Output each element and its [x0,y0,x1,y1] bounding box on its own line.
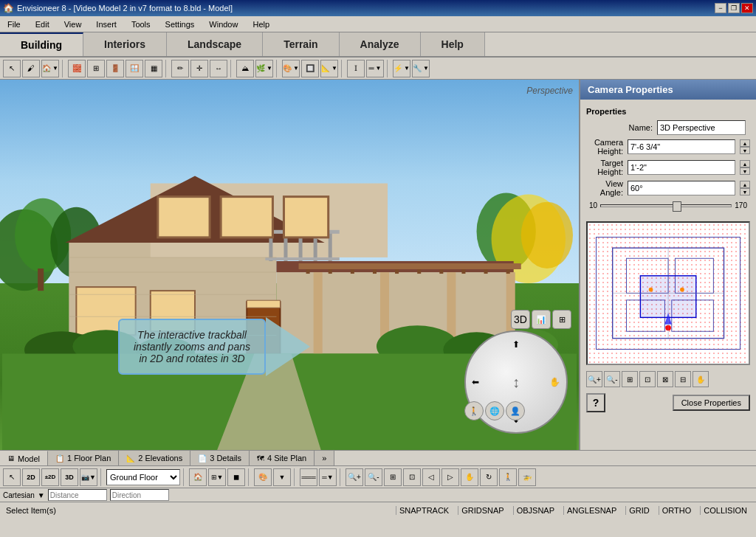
zoom-out-btn[interactable]: 🔍- [604,371,620,387]
trackball-btn-walk[interactable]: 🚶 [464,401,484,420]
status-objsnap[interactable]: OBJSNAP [513,506,557,515]
menu-help[interactable]: Help [248,18,274,30]
mini-map[interactable] [586,221,750,365]
view-angle-spinner[interactable]: ▲ ▼ [740,181,750,195]
view-angle-input[interactable] [628,181,735,195]
bt-view1[interactable]: 🏠 [189,468,207,486]
trackball-up[interactable]: ⬆ [512,339,520,350]
material-tool[interactable]: 🔲 [301,60,319,77]
target-height-spinner[interactable]: ▲ ▼ [740,160,750,175]
titlebar-controls[interactable]: − ❐ ✕ [715,3,753,13]
bt-prev-view[interactable]: ◁ [422,468,440,486]
texture-tool[interactable]: 🎨▼ [282,60,300,77]
roof-tool[interactable]: 🏠▼ [41,60,59,77]
bt-render1[interactable]: 🎨 [254,468,272,486]
bt-walls[interactable]: ═══ [300,468,317,486]
zoom-in-btn[interactable]: 🔍+ [586,371,602,387]
camera-height-input[interactable] [628,139,735,154]
view-angle-up[interactable]: ▲ [740,181,750,188]
bt-view2[interactable]: ⊞▼ [208,468,226,486]
status-gridsnap[interactable]: GRIDSNAP [458,506,506,515]
menu-view[interactable]: View [60,18,86,30]
btab-more[interactable]: » [315,451,334,465]
map-btn-6[interactable]: ⊟ [675,371,691,387]
tab-help[interactable]: Help [421,32,485,56]
trackball-cursor[interactable]: ↕ [512,374,520,391]
bt-3d[interactable]: 3D [61,468,78,486]
pan-btn[interactable]: ⊡ [639,371,656,387]
btab-details[interactable]: 📄 3 Details [190,451,250,465]
trackball-btn-chart[interactable]: 📊 [532,310,551,329]
minimize-button[interactable]: − [715,3,726,13]
trackball[interactable]: 3D 📊 ⊞ ↕ ⬆ ⬇ ⬅ ✋ 🚶 🌐 👤 [461,310,571,420]
trackball-btn-grid[interactable]: ⊞ [552,310,571,329]
style-tool[interactable]: 📐▼ [320,60,338,77]
bt-dropdown1[interactable]: 📷▼ [80,468,97,486]
trackball-btn-person[interactable]: 👤 [506,401,525,420]
btab-floor-plan[interactable]: 📋 1 Floor Plan [48,451,119,465]
bt-next-view[interactable]: ▷ [441,468,459,486]
map-btn-5[interactable]: ⊠ [657,371,673,387]
tab-terrain[interactable]: Terrain [263,32,339,56]
camera-height-up[interactable]: ▲ [740,139,750,147]
menu-edit[interactable]: Edit [31,18,54,30]
fit-btn[interactable]: ⊞ [622,371,638,387]
menu-insert[interactable]: Insert [92,18,121,30]
beam-tool[interactable]: ═▼ [366,60,384,77]
bt-walk[interactable]: 🚶 [499,468,517,486]
tab-building[interactable]: Building [0,32,83,56]
move-tool[interactable]: ✛ [190,60,208,77]
wall-tool[interactable]: 🧱 [68,60,86,77]
camera-height-down[interactable]: ▼ [740,147,750,154]
menu-file[interactable]: File [3,18,25,30]
plumb-tool[interactable]: 🔧▼ [412,60,430,77]
status-anglesnap[interactable]: ANGLESNAP [563,506,619,515]
draw-tool[interactable]: ✏ [171,60,189,77]
tab-analyze[interactable]: Analyze [340,32,421,56]
trackball-btn-globe[interactable]: 🌐 [485,401,504,420]
close-properties-button[interactable]: Close Properties [673,395,750,411]
menu-window[interactable]: Window [205,18,242,30]
bt-walls2[interactable]: ═▼ [319,468,337,486]
trackball-btn-3d[interactable]: 3D [511,310,530,329]
restore-button[interactable]: ❐ [728,3,740,13]
camera-height-spinner[interactable]: ▲ ▼ [740,139,750,154]
stair-tool[interactable]: ▦ [145,60,162,77]
coord-direction-field[interactable] [110,489,169,501]
status-snaptrack[interactable]: SNAPTRACK [396,506,452,515]
help-button[interactable]: ? [586,393,605,412]
btab-model[interactable]: 🖥 Model [0,451,48,465]
bt-2d-alt[interactable]: ±2D [41,468,59,486]
bt-orbit[interactable]: ↻ [480,468,498,486]
select-tool[interactable]: ↖ [3,60,21,77]
bt-render2[interactable]: ▼ [273,468,291,486]
paint-tool[interactable]: 🖌 [22,60,40,77]
trackball-left[interactable]: ⬅ [472,377,479,387]
status-grid[interactable]: GRID [625,506,653,515]
bt-shade[interactable]: ◼ [227,468,245,486]
tab-interiors[interactable]: Interiors [83,32,167,56]
menu-tools[interactable]: Tools [127,18,155,30]
bt-zoom-out[interactable]: 🔍- [365,468,382,486]
bt-2d[interactable]: 2D [22,468,40,486]
view-angle-slider-thumb[interactable] [673,201,681,212]
column-tool[interactable]: 𝕀 [347,60,365,77]
bt-zoom-fit[interactable]: ⊞ [384,468,402,486]
target-height-up[interactable]: ▲ [740,160,750,167]
coord-dropdown[interactable]: ▼ [38,491,45,499]
dimension-tool[interactable]: ↔ [210,60,227,77]
status-collision[interactable]: COLLISION [700,506,750,515]
door-tool[interactable]: 🚪 [106,60,124,77]
bt-arrow[interactable]: ↖ [3,468,21,486]
name-input[interactable] [657,120,746,135]
close-button[interactable]: ✕ [741,3,753,13]
map-btn-hand[interactable]: ✋ [693,371,709,387]
view-angle-down[interactable]: ▼ [740,188,750,195]
target-height-down[interactable]: ▼ [740,167,750,175]
tab-landscape[interactable]: Landscape [167,32,263,56]
grid-tool[interactable]: ⊞ [87,60,105,77]
menu-settings[interactable]: Settings [161,18,199,30]
window-tool[interactable]: 🪟 [126,60,143,77]
status-ortho[interactable]: ORTHO [659,506,695,515]
btab-site-plan[interactable]: 🗺 4 Site Plan [250,451,315,465]
